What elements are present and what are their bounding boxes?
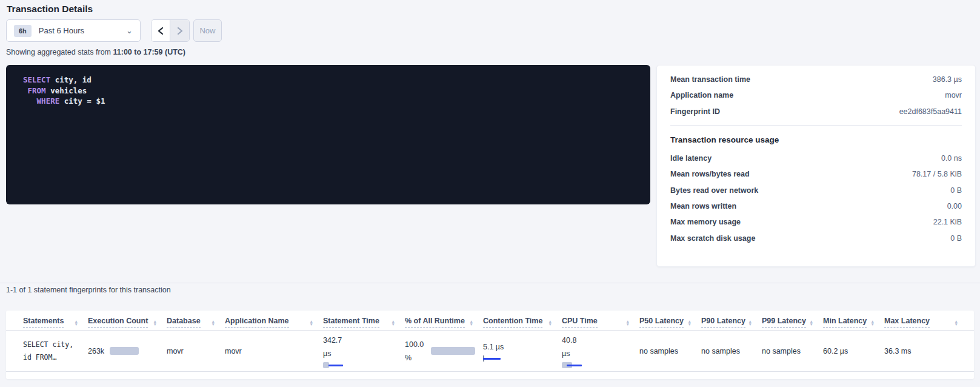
cell-application-name: movr xyxy=(225,345,323,358)
column-header-label: Max Latency xyxy=(884,317,930,328)
kv-label: Mean rows written xyxy=(670,202,947,210)
execution-count-value: 263k xyxy=(88,345,104,358)
runtime-pct-bar xyxy=(431,347,475,355)
sort-icon[interactable]: ▲▼ xyxy=(548,320,552,328)
aggregated-stats-line: Showing aggregated stats from 11:00 to 1… xyxy=(6,48,185,56)
column-header-database[interactable]: Database▲▼ xyxy=(167,311,225,330)
statement-text-line1: SELECT city, xyxy=(23,338,88,351)
statement-time-unit: µs xyxy=(323,347,405,360)
sort-icon[interactable]: ▲▼ xyxy=(470,320,473,328)
kv-label: Bytes read over network xyxy=(670,186,950,195)
statement-time-bar xyxy=(323,362,345,368)
transaction-summary-card: Mean transaction time386.3 µsApplication… xyxy=(656,65,976,267)
sort-icon[interactable]: ▲▼ xyxy=(153,320,157,328)
column-header-p90-latency[interactable]: P90 Latency▲▼ xyxy=(701,311,762,330)
cell-contention-time: 5.1 µs xyxy=(483,340,562,362)
resource-usage-row: Mean rows/bytes read78.17 / 5.8 KiB xyxy=(670,166,962,182)
column-header-application-name[interactable]: Application Name▲▼ xyxy=(225,311,323,330)
next-interval-button[interactable] xyxy=(170,20,189,41)
page-title: Transaction Details xyxy=(7,4,93,15)
resource-usage-row: Mean rows written0.00 xyxy=(670,198,962,214)
column-header-label: Statement Time xyxy=(323,317,379,328)
column-header-p99-latency[interactable]: P99 Latency▲▼ xyxy=(762,311,823,330)
cpu-time-bar xyxy=(562,362,584,368)
column-header-max-latency[interactable]: Max Latency▲▼ xyxy=(884,311,968,330)
column-header-label: Application Name xyxy=(225,317,289,328)
sort-icon[interactable]: ▲▼ xyxy=(955,320,958,328)
kv-label: Max memory usage xyxy=(670,218,933,226)
column-header-label: P99 Latency xyxy=(762,317,806,328)
column-header-label: P50 Latency xyxy=(639,317,684,328)
column-header-label: Database xyxy=(167,317,201,328)
kv-label: Mean rows/bytes read xyxy=(670,170,912,178)
cell-p90-latency: no samples xyxy=(701,345,762,358)
column-header--of-all-runtime[interactable]: % of All Runtime▲▼ xyxy=(405,311,483,330)
sort-icon[interactable]: ▲▼ xyxy=(748,320,752,328)
sql-statement-box: SELECT city, id FROM vehicles WHERE city… xyxy=(6,65,650,204)
now-button[interactable]: Now xyxy=(193,19,222,42)
time-range-label: Past 6 Hours xyxy=(39,26,126,35)
kv-value: 22.1 KiB xyxy=(933,218,962,226)
time-step-buttons xyxy=(151,19,190,42)
stats-line-range: 11:00 to 17:59 (UTC) xyxy=(113,48,185,56)
contention-time-value: 5.1 µs xyxy=(483,340,562,354)
table-header-row: Statements▲▼Execution Count▲▼Database▲▼A… xyxy=(6,311,974,331)
cpu-time-unit: µs xyxy=(562,347,639,360)
column-header-min-latency[interactable]: Min Latency▲▼ xyxy=(823,311,884,330)
kv-value: ee2df683f5aa9411 xyxy=(899,107,962,116)
sort-icon[interactable]: ▲▼ xyxy=(688,320,692,328)
time-range-badge: 6h xyxy=(14,25,32,37)
kv-value: 386.3 µs xyxy=(933,75,962,84)
column-header-execution-count[interactable]: Execution Count▲▼ xyxy=(88,311,167,330)
kv-value: 0.00 xyxy=(947,202,962,210)
resource-usage-row: Max scratch disk usage0 B xyxy=(670,230,962,246)
kv-label: Idle latency xyxy=(670,154,941,163)
kv-label: Fingerprint ID xyxy=(670,107,899,116)
column-header-cpu-time[interactable]: CPU Time▲▼ xyxy=(562,311,639,330)
summary-row: Mean transaction time386.3 µs xyxy=(670,72,962,87)
stats-line-prefix: Showing aggregated stats from xyxy=(6,48,113,56)
column-header-statement-time[interactable]: Statement Time▲▼ xyxy=(323,311,405,330)
column-header-statements[interactable]: Statements▲▼ xyxy=(23,311,88,330)
cell-max-latency: 36.3 ms xyxy=(884,345,968,358)
statement-text-line2: id FROM… xyxy=(23,351,88,364)
cell-min-latency: 60.2 µs xyxy=(823,345,884,358)
statements-table: Statements▲▼Execution Count▲▼Database▲▼A… xyxy=(6,311,974,379)
sort-icon[interactable]: ▲▼ xyxy=(212,320,215,328)
sort-icon[interactable]: ▲▼ xyxy=(75,320,78,328)
contention-time-bar xyxy=(483,355,501,362)
kv-label: Max scratch disk usage xyxy=(670,234,950,243)
kv-value: 0.0 ns xyxy=(941,154,962,163)
kv-value: 78.17 / 5.8 KiB xyxy=(912,170,962,178)
time-range-dropdown[interactable]: 6h Past 6 Hours ⌄ xyxy=(6,19,141,42)
cell-cpu-time: 40.8 µs xyxy=(562,334,639,368)
sort-icon[interactable]: ▲▼ xyxy=(392,320,395,328)
column-header-label: Contention Time xyxy=(483,317,542,328)
resource-usage-row: Bytes read over network0 B xyxy=(670,182,962,198)
column-header-p50-latency[interactable]: P50 Latency▲▼ xyxy=(639,311,701,330)
chevron-left-icon xyxy=(158,27,164,35)
cell-runtime-pct: 100.0 % xyxy=(405,338,483,365)
table-row[interactable]: SELECT city, id FROM… 263k movr movr 342… xyxy=(6,331,974,372)
chevron-right-icon xyxy=(177,27,183,35)
execution-count-bar xyxy=(110,347,139,355)
column-header-label: CPU Time xyxy=(562,317,598,328)
sort-icon[interactable]: ▲▼ xyxy=(871,320,875,328)
resource-usage-row: Idle latency0.0 ns xyxy=(670,150,962,166)
summary-row: Fingerprint IDee2df683f5aa9411 xyxy=(670,104,962,119)
sort-icon[interactable]: ▲▼ xyxy=(626,320,630,328)
section-divider xyxy=(0,283,980,283)
summary-row: Application namemovr xyxy=(670,87,962,103)
sort-icon[interactable]: ▲▼ xyxy=(310,320,313,328)
time-toolbar: 6h Past 6 Hours ⌄ Now xyxy=(6,19,222,42)
kv-label: Mean transaction time xyxy=(670,75,933,84)
chevron-down-icon: ⌄ xyxy=(126,27,133,35)
sort-icon[interactable]: ▲▼ xyxy=(810,320,813,328)
column-header-label: % of All Runtime xyxy=(405,317,465,328)
cell-statement-time: 342.7 µs xyxy=(323,334,405,368)
previous-interval-button[interactable] xyxy=(152,20,170,41)
column-header-contention-time[interactable]: Contention Time▲▼ xyxy=(483,311,562,330)
column-header-label: Statements xyxy=(23,317,64,328)
kv-value: 0 B xyxy=(950,186,962,195)
cell-statements[interactable]: SELECT city, id FROM… xyxy=(23,338,88,364)
